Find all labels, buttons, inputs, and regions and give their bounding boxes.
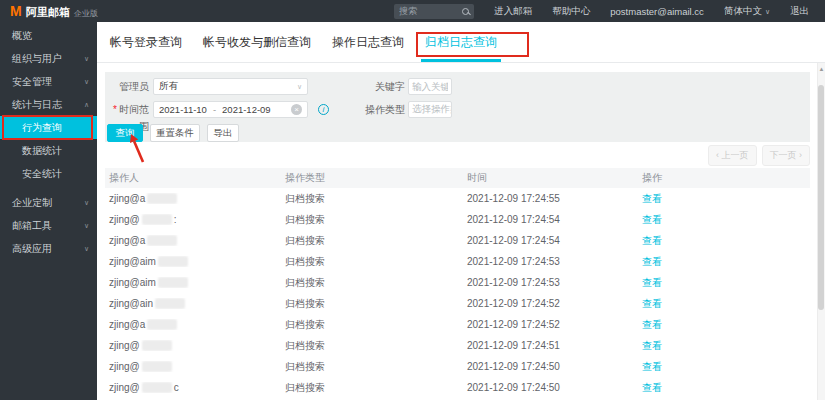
chevron-down-icon: ∨ bbox=[84, 214, 89, 237]
tab-label: 归档日志查询 bbox=[425, 34, 497, 51]
sidebar-item-label: 高级应用 bbox=[12, 243, 52, 254]
view-link[interactable]: 查看 bbox=[642, 340, 662, 351]
table-row: zjing@a 归档搜索 2021-12-09 17:24:55 查看 bbox=[105, 188, 810, 209]
redacted-blur bbox=[158, 256, 188, 267]
sidebar-item-data-stats[interactable]: 数据统计 bbox=[0, 139, 97, 162]
log-table: 操作人 操作类型 时间 操作 zjing@a 归档搜索 2021-12-09 1… bbox=[105, 168, 810, 398]
export-button[interactable]: 导出 bbox=[207, 124, 239, 142]
view-link[interactable]: 查看 bbox=[642, 235, 662, 246]
admin-select-value: 所有 bbox=[159, 80, 178, 93]
sidebar-item-label: 统计与日志 bbox=[12, 99, 62, 110]
sidebar-item-behavior-query[interactable]: 行为查询 bbox=[0, 116, 97, 139]
prev-page-button[interactable]: ‹ 上一页 bbox=[708, 145, 757, 166]
tab-account-login-query[interactable]: 帐号登录查询 bbox=[108, 22, 184, 62]
operator-cell: zjing@ bbox=[105, 361, 285, 372]
sidebar-item-stats-logs[interactable]: 统计与日志∧ bbox=[0, 93, 97, 116]
keyword-input-box[interactable] bbox=[408, 78, 452, 95]
enter-mailbox-link[interactable]: 进入邮箱 bbox=[484, 5, 542, 18]
admin-label: 管理员 bbox=[107, 78, 149, 95]
tab-send-receive-delete-query[interactable]: 帐号收发与删信查询 bbox=[201, 22, 313, 62]
view-link[interactable]: 查看 bbox=[642, 361, 662, 372]
search-input[interactable] bbox=[399, 6, 462, 16]
view-link[interactable]: 查看 bbox=[642, 193, 662, 204]
account-email[interactable]: postmaster@aimail.cc bbox=[600, 6, 714, 17]
redacted-blur bbox=[147, 319, 177, 330]
table-header-row: 操作人 操作类型 时间 操作 bbox=[105, 168, 810, 188]
table-row: zjing@a 归档搜索 2021-12-09 17:24:54 查看 bbox=[105, 230, 810, 251]
view-link[interactable]: 查看 bbox=[642, 298, 662, 309]
time-cell: 2021-12-09 17:24:50 bbox=[467, 382, 642, 393]
operation-type-placeholder: 选择操作类型 bbox=[412, 103, 452, 116]
language-switcher[interactable]: 简体中文∨ bbox=[714, 5, 780, 18]
operation-type-cell: 归档搜索 bbox=[285, 255, 467, 269]
operator-suffix: c bbox=[174, 382, 179, 393]
operator-text: zjing@ain bbox=[109, 298, 153, 309]
brand-logo: M 阿里邮箱 企业版 bbox=[0, 0, 180, 22]
operator-text: zjing@a bbox=[109, 235, 145, 246]
operation-type-cell: 归档搜索 bbox=[285, 213, 467, 227]
operator-text: zjing@ bbox=[109, 214, 140, 225]
search-icon[interactable] bbox=[462, 8, 469, 15]
date-from-value[interactable]: 2021-11-10 bbox=[159, 104, 207, 115]
view-link[interactable]: 查看 bbox=[642, 382, 662, 393]
vertical-scrollbar[interactable]: ▲ bbox=[817, 63, 825, 400]
sidebar-item-overview[interactable]: 概览 bbox=[0, 24, 97, 47]
redacted-blur bbox=[142, 214, 172, 225]
operation-type-cell: 归档搜索 bbox=[285, 234, 467, 248]
sidebar-item-security-mgmt[interactable]: 安全管理∨ bbox=[0, 70, 97, 93]
operator-text: zjing@aim bbox=[109, 256, 156, 267]
operation-type-cell: 归档搜索 bbox=[285, 297, 467, 311]
time-cell: 2021-12-09 17:24:53 bbox=[467, 277, 642, 288]
help-center-link[interactable]: 帮助中心 bbox=[542, 5, 600, 18]
sidebar-item-org-users[interactable]: 组织与用户∨ bbox=[0, 47, 97, 70]
sidebar-item-advanced-apps[interactable]: 高级应用∨ bbox=[0, 237, 97, 260]
next-page-button[interactable]: 下一页 › bbox=[762, 145, 811, 166]
content: 管理员 所有 ∨ 关键字 *时间范围 2021-11-10 - 2021-12-… bbox=[97, 63, 825, 398]
date-separator: - bbox=[213, 104, 216, 115]
scrollbar-up-arrow-icon[interactable]: ▲ bbox=[818, 65, 825, 73]
tab-operation-log-query[interactable]: 操作日志查询 bbox=[330, 22, 406, 62]
admin-select[interactable]: 所有 ∨ bbox=[153, 78, 308, 95]
table-row: zjing@ 归档搜索 2021-12-09 17:24:50 查看 bbox=[105, 356, 810, 377]
redacted-blur bbox=[147, 193, 177, 204]
view-link[interactable]: 查看 bbox=[642, 319, 662, 330]
operator-text: zjing@ bbox=[109, 361, 140, 372]
operator-cell: zjing@: bbox=[105, 214, 285, 225]
query-button[interactable]: 查询 bbox=[107, 124, 143, 142]
info-icon[interactable]: i bbox=[318, 104, 329, 115]
table-row: zjing@aim 归档搜索 2021-12-09 17:24:53 查看 bbox=[105, 251, 810, 272]
time-cell: 2021-12-09 17:24:52 bbox=[467, 298, 642, 309]
keyword-input[interactable] bbox=[412, 81, 448, 92]
chevron-down-icon: ∨ bbox=[84, 70, 89, 93]
operation-type-cell: 归档搜索 bbox=[285, 360, 467, 374]
table-row: zjing@ain 归档搜索 2021-12-09 17:24:52 查看 bbox=[105, 293, 810, 314]
sidebar-item-label: 企业定制 bbox=[12, 197, 52, 208]
logout-link[interactable]: 退出 bbox=[780, 5, 819, 18]
sidebar-item-enterprise-custom[interactable]: 企业定制∨ bbox=[0, 191, 97, 214]
main-area: 帐号登录查询 帐号收发与删信查询 操作日志查询 归档日志查询 管理员 所有 ∨ … bbox=[97, 22, 825, 400]
view-link[interactable]: 查看 bbox=[642, 256, 662, 267]
time-cell: 2021-12-09 17:24:51 bbox=[467, 340, 642, 351]
scrollbar-thumb[interactable] bbox=[818, 85, 824, 310]
operation-type-select[interactable]: 选择操作类型 ∨ bbox=[408, 101, 452, 118]
sidebar-item-label: 行为查询 bbox=[22, 122, 62, 133]
sidebar-item-label: 概览 bbox=[12, 30, 32, 41]
operator-cell: zjing@a bbox=[105, 235, 285, 246]
redacted-blur bbox=[142, 382, 172, 393]
date-to-value[interactable]: 2021-12-09 bbox=[222, 104, 271, 115]
operator-cell: zjing@ain bbox=[105, 298, 285, 309]
view-link[interactable]: 查看 bbox=[642, 277, 662, 288]
brand-name: 阿里邮箱 bbox=[26, 5, 70, 20]
sidebar-item-label: 安全统计 bbox=[22, 168, 62, 179]
sidebar-item-label: 组织与用户 bbox=[12, 53, 62, 64]
clear-date-icon[interactable]: × bbox=[291, 104, 302, 115]
tab-archive-log-query[interactable]: 归档日志查询 bbox=[423, 22, 499, 62]
sidebar-item-security-stats[interactable]: 安全统计 bbox=[0, 162, 97, 185]
reset-conditions-button[interactable]: 重置条件 bbox=[150, 124, 200, 142]
col-header-operation-type: 操作类型 bbox=[285, 171, 467, 185]
topbar-search[interactable] bbox=[394, 4, 474, 19]
sidebar-item-mail-tools[interactable]: 邮箱工具∨ bbox=[0, 214, 97, 237]
view-link[interactable]: 查看 bbox=[642, 214, 662, 225]
operator-cell: zjing@aim bbox=[105, 256, 285, 267]
date-range-input[interactable]: 2021-11-10 - 2021-12-09 × bbox=[153, 101, 308, 118]
